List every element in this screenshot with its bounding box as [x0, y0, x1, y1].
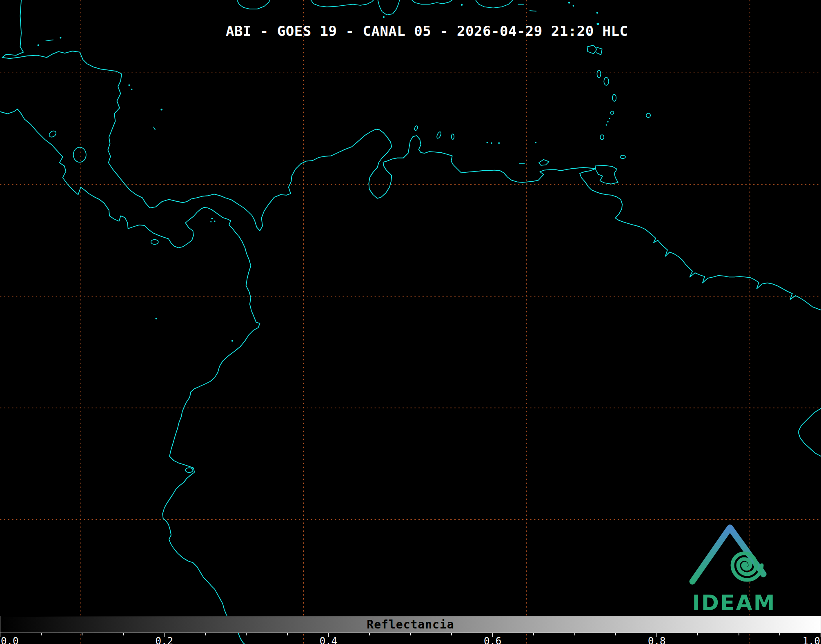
island-la-orchila: [498, 142, 500, 144]
island-hispaniola-south: [378, 0, 399, 15]
colorbar-tick-label: 0.8: [648, 635, 665, 644]
colorbar-tick: [82, 633, 82, 635]
colorbar-tick: [779, 633, 780, 635]
ideam-logo: IDEAM: [685, 515, 783, 622]
colorbar: Reflectancia 0.00.20.40.60.81.0: [0, 616, 821, 644]
island-trinidad: [595, 165, 618, 184]
island-st-barth: [572, 5, 574, 7]
colorbar-gradient: Reflectancia: [0, 616, 821, 633]
hurricane-swirl-icon: [732, 553, 762, 580]
island-las-perlas: [211, 218, 213, 219]
island-malpelo: [155, 318, 157, 319]
island-st-lucia: [612, 94, 616, 101]
ideam-logo-graphic: [685, 515, 783, 589]
island-st-vincent: [611, 111, 614, 114]
island-miskito-cays: [131, 89, 132, 90]
colorbar-tick-label: 0.0: [1, 635, 18, 644]
island-aruba: [414, 125, 418, 131]
lake-nicaragua: [73, 147, 86, 162]
colorbar-tick: [41, 633, 42, 635]
island-mona: [461, 4, 463, 6]
island-roatan: [46, 40, 53, 41]
island-barbuda: [596, 12, 599, 14]
island-tobago: [620, 155, 625, 158]
island-bonaire: [452, 134, 454, 139]
coastline-amazon-fragment: [798, 408, 821, 456]
colorbar-tick: [574, 633, 575, 635]
island-miskito-cays: [128, 84, 130, 86]
colorbar-label: Reflectancia: [367, 618, 454, 631]
colorbar-tick: [123, 633, 124, 635]
island-st-martin: [568, 2, 570, 3]
island-grenadines: [605, 124, 607, 125]
island-st-croix: [530, 11, 536, 11]
island-puna: [185, 468, 193, 472]
island-grenadines: [607, 121, 608, 123]
island-hispaniola-east: [412, 0, 452, 4]
colorbar-tick: [615, 633, 616, 635]
island-guanaja: [60, 37, 61, 38]
island-martinique: [604, 77, 609, 85]
island-las-perlas: [210, 221, 211, 222]
colorbar-tick: [246, 633, 247, 635]
colorbar-tick-label: 1.0: [803, 635, 820, 644]
colorbar-axis: 0.00.20.40.60.81.0: [0, 633, 821, 644]
island-barbados: [646, 113, 650, 117]
island-hispaniola-west: [311, 0, 374, 7]
colorbar-tick-label: 0.6: [484, 635, 501, 644]
colorbar-tick: [369, 633, 370, 635]
colorbar-tick: [533, 633, 534, 635]
colorbar-tick: [287, 633, 288, 635]
island-puerto-rico: [476, 0, 513, 8]
island-san-andres: [154, 127, 155, 130]
colorbar-tick: [0, 633, 0, 637]
island-grenada: [600, 135, 604, 140]
island-providencia: [160, 109, 162, 110]
island-margarita: [539, 160, 549, 165]
islands-and-lakes: [38, 0, 651, 472]
satellite-image-viewer: ABI - GOES 19 - CANAL 05 - 2026-04-29 21…: [0, 0, 821, 644]
island-coiba: [151, 240, 158, 245]
island-los-roques: [487, 142, 488, 143]
island-guadeloupe: [587, 45, 602, 55]
colorbar-tick-label: 0.2: [156, 635, 173, 644]
island-beata: [383, 16, 385, 18]
colorbar-tick: [451, 633, 452, 635]
ideam-logo-text: IDEAM: [685, 591, 783, 615]
colorbar-tick: [205, 633, 206, 635]
lake-managua: [48, 130, 57, 138]
island-dominica: [597, 70, 601, 78]
coastline-caribbean-mainland: [2, 0, 821, 310]
colorbar-tick: [410, 633, 411, 635]
island-curacao: [436, 131, 442, 139]
colorbar-tick: [697, 633, 698, 635]
island-utila: [38, 45, 39, 46]
island-la-blanquilla: [535, 142, 536, 143]
island-grenadines: [609, 118, 610, 119]
coastline-pacific-mainland: [0, 109, 260, 644]
island-jamaica: [237, 0, 270, 9]
image-title: ABI - GOES 19 - CANAL 05 - 2026-04-29 21…: [226, 23, 628, 39]
colorbar-tick-label: 0.4: [320, 635, 337, 644]
island-gorgona: [231, 340, 233, 342]
colorbar-tick: [739, 633, 739, 635]
island-las-perlas: [214, 221, 216, 222]
island-los-roques: [491, 142, 492, 144]
